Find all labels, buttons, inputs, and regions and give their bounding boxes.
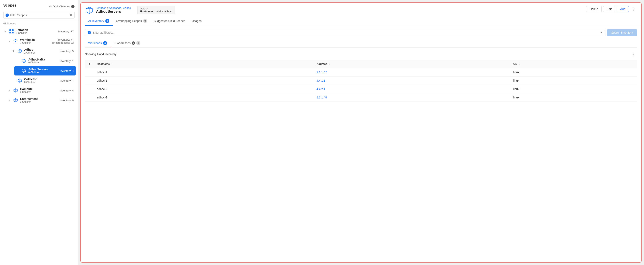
col-hostname-header[interactable]: Hostname ↑ <box>94 60 314 68</box>
main-tabs: All Inventory 4 Overlapping Scopes 0 Sug… <box>85 17 637 26</box>
enforcement-name: Enforcement <box>20 97 58 100</box>
delete-button[interactable]: Delete <box>586 6 601 12</box>
panel-scope-name: AdhocServers <box>96 9 131 14</box>
main-panel: Tetration : Workloads : Adhoc AdhocServe… <box>80 2 642 263</box>
search-bar[interactable]: i Enter attributes... ✕ <box>85 29 606 36</box>
compute-info: Compute 2 Children <box>20 87 58 93</box>
draft-info-icon[interactable]: i <box>71 5 74 8</box>
sidebar-item-adhockafka[interactable]: AdhocKafka 0 Children Inventory: 1 <box>14 56 76 66</box>
adhockafka-name: AdhocKafka <box>28 58 58 61</box>
collector-icon <box>17 78 22 83</box>
draft-status: No Draft Changes i <box>49 5 74 8</box>
adhocservers-inventory: Inventory: 4 <box>60 69 74 72</box>
compute-inventory: Inventory: 4 <box>60 89 74 92</box>
compute-name: Compute <box>20 87 58 91</box>
panel-actions: Delete Edit Add ⋮ <box>586 6 637 12</box>
enforcement-info: Enforcement 2 Children <box>20 97 58 103</box>
compute-icon <box>13 88 18 93</box>
tab-all-inventory[interactable]: All Inventory 4 <box>85 17 113 26</box>
search-placeholder: Enter attributes... <box>92 31 599 34</box>
edit-button[interactable]: Edit <box>603 6 615 12</box>
adhoc-children: 2 Children <box>24 51 58 54</box>
address-sort-icon[interactable]: ↕ <box>329 63 330 65</box>
inventory-table: ▼ Hostname ↑ Address ↕ OS ↕ <box>85 60 637 102</box>
sidebar-header: Scopes No Draft Changes i i ✕ <box>0 0 78 20</box>
tab-overlapping-badge: 0 <box>143 19 147 23</box>
tab-usages[interactable]: Usages <box>188 17 204 26</box>
workloads-info: Workloads 7 Children <box>20 38 50 44</box>
search-clear-icon[interactable]: ✕ <box>600 31 603 34</box>
tetration-name: Tetration <box>16 28 57 31</box>
tetration-info: Tetration 5 Children <box>16 28 57 34</box>
sidebar-scroll: ▼ Tetration 5 Children Inventory: 77 <box>0 27 78 265</box>
chevron-adhoc[interactable]: ▼ <box>12 49 15 53</box>
row-hostname: adhoc-1 <box>94 68 314 76</box>
chevron-enforcement[interactable]: › <box>8 98 11 102</box>
filter-input[interactable] <box>10 13 68 17</box>
sub-tab-workloads[interactable]: Workloads 4 <box>85 39 110 47</box>
breadcrumb-workloads[interactable]: Workloads <box>108 6 121 9</box>
filter-info-icon: i <box>6 13 9 17</box>
collector-name: Collector <box>24 77 58 81</box>
adhoc-name: Adhoc <box>24 48 58 51</box>
query-box: Query Hostname contains adhoc- <box>137 6 175 14</box>
col-address-header[interactable]: Address ↕ <box>314 60 510 68</box>
collector-info: Collector 0 Children <box>24 77 58 84</box>
ip-info-icon: i <box>132 41 135 45</box>
row-os: linux <box>510 85 637 93</box>
query-label: Query <box>140 7 172 10</box>
sub-tab-ip-badge: 0 <box>136 41 140 45</box>
search-inventory-button[interactable]: Search Inventory <box>607 29 637 36</box>
query-text-value: adhoc- <box>164 10 172 13</box>
sub-tab-ip-addresses[interactable]: IP Addresses i 0 <box>110 39 144 47</box>
sidebar-item-enforcement[interactable]: › Enforcement 2 Children Inventory: 0 <box>6 96 76 105</box>
hostname-sort-icon[interactable]: ↑ <box>111 63 112 65</box>
sidebar-item-tetration[interactable]: ▼ Tetration 5 Children Inventory: 77 <box>2 27 76 36</box>
panel-header: Tetration : Workloads : Adhoc AdhocServe… <box>81 3 641 26</box>
filter-clear-icon[interactable]: ✕ <box>70 13 72 17</box>
table-more-options-button[interactable]: ⋮ <box>630 51 637 57</box>
row-filter-cell <box>85 68 94 76</box>
sub-tabs: Workloads 4 IP Addresses i 0 <box>85 39 637 48</box>
row-hostname: adhoc-2 <box>94 93 314 102</box>
table-header-row: ▼ Hostname ↑ Address ↕ OS ↕ <box>85 60 637 68</box>
row-filter-cell <box>85 85 94 93</box>
tetration-inventory: Inventory: 77 <box>58 30 74 33</box>
chevron-tetration[interactable]: ▼ <box>3 29 7 33</box>
compute-children: 2 Children <box>20 91 58 93</box>
row-address: 4.4.2.1 <box>314 85 510 93</box>
adhockafka-children: 0 Children <box>28 61 58 64</box>
workloads-icon <box>13 38 18 44</box>
os-sort-icon[interactable]: ↕ <box>519 63 520 65</box>
more-options-button[interactable]: ⋮ <box>630 6 637 12</box>
tab-suggested-child-scopes[interactable]: Suggested Child Scopes <box>150 17 188 26</box>
filter-bar[interactable]: i ✕ <box>3 12 74 18</box>
panel-body: i Enter attributes... ✕ Search Inventory… <box>81 26 641 262</box>
tab-overlapping-scopes[interactable]: Overlapping Scopes 0 <box>113 17 150 26</box>
enforcement-icon <box>13 97 18 103</box>
breadcrumb-tetration[interactable]: Tetration <box>96 6 106 9</box>
chevron-compute[interactable]: › <box>8 89 11 92</box>
table-body: adhoc-1 1.1.1.47 linux adhoc-1 4.4.1.1 l… <box>85 68 637 102</box>
panel-title-text: Tetration : Workloads : Adhoc AdhocServe… <box>96 6 131 14</box>
svg-rect-1 <box>12 29 14 31</box>
row-os: linux <box>510 93 637 102</box>
sidebar-item-compute[interactable]: › Compute 2 Children Inventory: 4 <box>6 86 76 95</box>
add-button[interactable]: Add <box>617 6 629 12</box>
sidebar-item-collector[interactable]: Collector 0 Children Inventory: 7 <box>10 76 76 85</box>
sidebar-item-workloads[interactable]: ▼ Workloads 7 Children Inventory: 77 <box>6 36 76 46</box>
row-filter-cell <box>85 93 94 102</box>
breadcrumb-adhoc[interactable]: Adhoc <box>123 6 131 9</box>
query-hostname: Hostname <box>140 10 153 13</box>
sidebar-item-adhoc[interactable]: ▼ Adhoc 2 Children Inventory: 5 <box>10 46 76 56</box>
chevron-workloads[interactable]: ▼ <box>8 39 11 43</box>
svg-rect-5 <box>15 41 16 42</box>
col-os-header[interactable]: OS ↕ <box>510 60 637 68</box>
filter-funnel-icon[interactable]: ▼ <box>88 62 91 65</box>
row-address: 4.4.1.1 <box>314 76 510 85</box>
tetration-children: 5 Children <box>16 31 57 34</box>
table-row: adhoc-1 1.1.1.47 linux <box>85 68 637 76</box>
row-hostname: adhoc-2 <box>94 85 314 93</box>
sidebar-item-adhocservers[interactable]: AdhocServers 0 Children Inventory: 4 <box>14 66 76 75</box>
workloads-name: Workloads <box>20 38 50 41</box>
